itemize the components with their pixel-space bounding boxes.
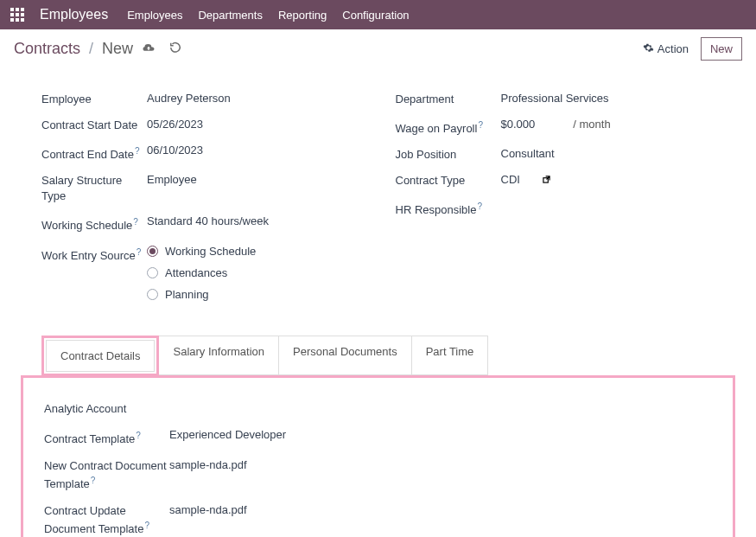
field-new-doc: New Contract Document Template? sample-n… [44,452,712,497]
field-work-entry: Work Entry Source? Working Schedule Atte… [41,240,361,306]
breadcrumb-current: New [102,40,133,58]
action-label: Action [658,42,689,55]
label-end-date: Contract End Date? [41,144,147,163]
menu-reporting[interactable]: Reporting [278,9,327,22]
tab-personal-docs[interactable]: Personal Documents [279,336,412,375]
help-icon[interactable]: ? [477,201,482,211]
help-icon[interactable]: ? [135,146,140,156]
field-schedule: Working Schedule? Standard 40 hours/week [41,209,361,239]
form-left-column: Employee Audrey Peterson Contract Start … [41,86,361,306]
tabs-bar: Contract Details Salary Information Pers… [41,336,715,375]
field-employee: Employee Audrey Peterson [41,86,361,112]
tab-part-time[interactable]: Part Time [412,336,489,375]
action-menu[interactable]: Action [643,42,689,56]
label-salary-struct: Salary Structure Type [41,173,147,204]
label-schedule: Working Schedule? [41,214,147,233]
label-employee: Employee [41,92,147,107]
field-template: Contract Template? Experienced Developer [44,422,712,452]
field-position: Job Position Consultant [396,142,715,168]
new-button[interactable]: New [701,37,742,61]
help-icon[interactable]: ? [478,120,483,130]
value-wage[interactable]: $0.000 [501,118,536,131]
work-entry-radios: Working Schedule Attendances Planning [147,245,256,301]
radio-icon [147,267,158,278]
label-update-doc: Contract Update Document Template? [44,503,169,536]
label-position: Job Position [396,147,501,163]
action-area: Action New [643,37,742,61]
value-start-date[interactable]: 05/26/2023 [147,118,203,131]
cloud-save-icon[interactable] [142,42,156,56]
radio-label: Planning [165,288,209,301]
radio-label: Attendances [165,266,227,279]
tab-contract-details[interactable]: Contract Details [46,340,155,372]
breadcrumb-root[interactable]: Contracts [14,40,80,58]
label-analytic: Analytic Account [44,401,169,416]
field-analytic: Analytic Account [44,395,712,422]
tab-highlight: Contract Details [41,336,159,376]
apps-icon[interactable] [10,8,24,22]
label-hr-resp: HR Responsible? [396,199,501,218]
form-body: Employee Audrey Peterson Contract Start … [0,69,756,315]
contract-details-panel: Analytic Account Contract Template? Expe… [21,375,735,537]
top-nav: Employees Employees Departments Reportin… [0,0,756,29]
form-right-column: Department Professional Services Wage on… [396,86,715,306]
value-end-date[interactable]: 06/10/2023 [147,144,203,157]
radio-attendances[interactable]: Attendances [147,266,256,279]
app-title: Employees [40,7,108,22]
control-bar: Contracts / New Action New [0,29,756,69]
label-work-entry: Work Entry Source? [41,245,147,264]
label-department: Department [396,92,501,107]
help-icon[interactable]: ? [91,476,96,485]
field-contract-type: Contract Type CDI [396,168,715,194]
field-end-date: Contract End Date? 06/10/2023 [41,138,361,168]
label-wage: Wage on Payroll? [396,118,501,137]
value-template[interactable]: Experienced Developer [169,428,286,441]
value-schedule[interactable]: Standard 40 hours/week [147,214,269,227]
field-salary-struct: Salary Structure Type Employee [41,168,361,209]
help-icon[interactable]: ? [137,247,142,257]
field-department: Department Professional Services [396,86,715,112]
field-start-date: Contract Start Date 05/26/2023 [41,112,361,138]
menu-configuration[interactable]: Configuration [342,9,409,22]
label-start-date: Contract Start Date [41,118,147,133]
value-salary-struct[interactable]: Employee [147,173,197,186]
radio-icon [147,289,158,300]
field-wage: Wage on Payroll? $0.000 / month [396,112,715,142]
radio-label: Working Schedule [165,245,256,258]
help-icon[interactable]: ? [133,217,138,227]
tab-salary-info[interactable]: Salary Information [159,336,279,375]
field-update-doc: Contract Update Document Template? sampl… [44,497,712,537]
gear-icon [643,42,654,56]
value-employee[interactable]: Audrey Peterson [147,92,231,105]
label-contract-type: Contract Type [396,173,501,189]
menu-departments[interactable]: Departments [198,9,262,22]
value-new-doc[interactable]: sample-nda.pdf [169,458,247,471]
value-contract-type[interactable]: CDI [501,173,550,186]
value-update-doc[interactable]: sample-nda.pdf [169,503,247,516]
label-new-doc: New Contract Document Template? [44,458,169,491]
help-icon[interactable]: ? [144,521,149,530]
radio-icon [147,246,158,257]
help-icon[interactable]: ? [136,431,141,440]
radio-planning[interactable]: Planning [147,288,256,301]
menu-employees[interactable]: Employees [127,9,182,22]
discard-icon[interactable] [169,42,181,56]
value-position[interactable]: Consultant [501,147,555,160]
field-hr-responsible: HR Responsible? [396,194,715,223]
breadcrumb: Contracts / New [14,40,181,58]
breadcrumb-sep: / [89,40,93,58]
label-template: Contract Template? [44,428,169,446]
value-department[interactable]: Professional Services [501,92,609,105]
radio-working-schedule[interactable]: Working Schedule [147,245,256,258]
external-link-icon[interactable] [543,175,550,185]
wage-unit: / month [573,118,610,131]
